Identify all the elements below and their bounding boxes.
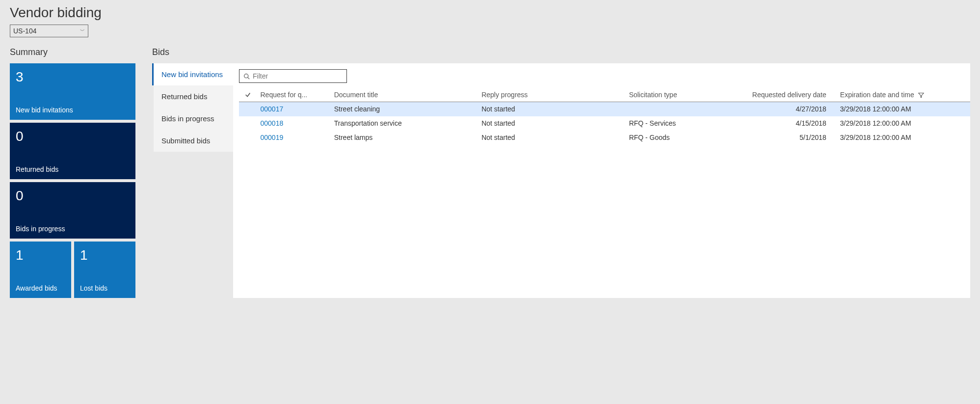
table-cell: Not started: [477, 116, 625, 131]
filter-input[interactable]: [253, 72, 343, 80]
svg-line-1: [248, 77, 249, 79]
bids-table: Request for q... Document title Reply pr…: [239, 88, 970, 145]
table-cell: Transportation service: [330, 116, 477, 131]
column-title[interactable]: Document title: [330, 88, 477, 102]
check-icon: [244, 91, 251, 98]
table-cell: 3/29/2018 12:00:00 AM: [836, 102, 970, 116]
table-cell: Not started: [477, 102, 625, 116]
entity-dropdown-value: US-104: [13, 27, 36, 35]
table-cell: 000019: [257, 131, 330, 145]
summary-tile[interactable]: 0Returned bids: [10, 123, 135, 179]
table-cell: 3/29/2018 12:00:00 AM: [836, 116, 970, 131]
tile-count: 3: [16, 69, 130, 85]
table-cell: [625, 102, 736, 116]
tile-count: 0: [16, 188, 130, 204]
filter-box[interactable]: [239, 69, 347, 83]
column-exp-label: Expiration date and time: [840, 91, 914, 99]
request-link[interactable]: 000019: [261, 134, 284, 141]
tile-label: Awarded bids: [16, 284, 65, 292]
entity-dropdown[interactable]: US-104 ﹀: [10, 25, 88, 37]
table-cell: 5/1/2018: [736, 131, 836, 145]
table-cell: RFQ - Services: [625, 116, 736, 131]
column-request[interactable]: Request for q...: [257, 88, 330, 102]
column-select[interactable]: [239, 88, 257, 102]
tile-count: 1: [16, 247, 65, 263]
table-cell: 4/15/2018: [736, 116, 836, 131]
table-cell: Street lamps: [330, 131, 477, 145]
table-cell: 4/27/2018: [736, 102, 836, 116]
table-cell: Street cleaning: [330, 102, 477, 116]
table-cell: [239, 131, 257, 145]
summary-tile[interactable]: 1Awarded bids: [10, 242, 71, 298]
summary-tile[interactable]: 3New bid invitations: [10, 63, 135, 120]
page-title: Vendor bidding: [10, 5, 970, 21]
side-nav-item[interactable]: Returned bids: [154, 85, 233, 108]
table-cell: Not started: [477, 131, 625, 145]
table-cell: [239, 102, 257, 116]
svg-marker-2: [918, 93, 924, 98]
table-cell: RFQ - Goods: [625, 131, 736, 145]
table-cell: [239, 116, 257, 131]
filter-icon: [918, 92, 924, 98]
tile-label: Lost bids: [80, 284, 130, 292]
table-cell: 000017: [257, 102, 330, 116]
tile-count: 0: [16, 129, 130, 144]
bids-title: Bids: [152, 47, 970, 57]
column-date[interactable]: Requested delivery date: [736, 88, 836, 102]
table-row[interactable]: 000017Street cleaningNot started4/27/201…: [239, 102, 970, 116]
column-sol[interactable]: Solicitation type: [625, 88, 736, 102]
side-nav-item[interactable]: New bid invitations: [152, 63, 233, 85]
chevron-down-icon: ﹀: [80, 27, 85, 34]
table-cell: 3/29/2018 12:00:00 AM: [836, 131, 970, 145]
side-nav-item[interactable]: Bids in progress: [154, 108, 233, 130]
table-cell: 000018: [257, 116, 330, 131]
table-row[interactable]: 000019Street lampsNot startedRFQ - Goods…: [239, 131, 970, 145]
request-link[interactable]: 000017: [261, 105, 284, 113]
summary-tile[interactable]: 1Lost bids: [74, 242, 135, 298]
svg-point-0: [244, 74, 248, 78]
side-nav-item[interactable]: Submitted bids: [154, 130, 233, 152]
tile-label: New bid invitations: [16, 106, 130, 114]
request-link[interactable]: 000018: [261, 119, 284, 127]
tile-count: 1: [80, 247, 130, 263]
column-exp[interactable]: Expiration date and time: [836, 88, 970, 102]
summary-tile[interactable]: 0Bids in progress: [10, 182, 135, 239]
tile-label: Returned bids: [16, 165, 130, 173]
search-icon: [243, 73, 250, 80]
tile-label: Bids in progress: [16, 225, 130, 233]
summary-title: Summary: [10, 47, 137, 57]
table-row[interactable]: 000018Transportation serviceNot startedR…: [239, 116, 970, 131]
column-reply[interactable]: Reply progress: [477, 88, 625, 102]
